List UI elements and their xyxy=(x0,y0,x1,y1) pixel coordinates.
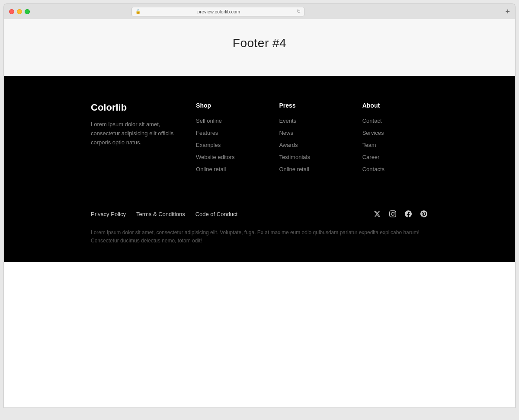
list-item: Contacts xyxy=(362,165,428,173)
list-item: Features xyxy=(196,129,262,137)
list-item: Testimonials xyxy=(279,153,345,161)
terms-conditions-link[interactable]: Terms & Conditions xyxy=(136,211,185,217)
browser-titlebar: 🔒 preview.colorlib.com ↻ + xyxy=(3,3,516,19)
code-of-conduct-link[interactable]: Code of Conduct xyxy=(195,211,238,217)
shop-links-list: Sell online Features Examples Website ed… xyxy=(196,117,262,173)
shop-column-title: Shop xyxy=(196,102,262,109)
refresh-icon[interactable]: ↻ xyxy=(297,9,301,14)
list-item: Online retail xyxy=(196,165,262,173)
footer-footnote: Lorem ipsum dolor sit amet, consectetur … xyxy=(65,229,454,262)
list-item: Website editors xyxy=(196,153,262,161)
lock-icon: 🔒 xyxy=(135,9,141,14)
twitter-icon[interactable] xyxy=(373,210,381,218)
facebook-icon[interactable] xyxy=(404,210,413,218)
social-icons xyxy=(373,210,428,218)
list-item: Contact xyxy=(362,117,428,124)
list-item: Awards xyxy=(279,141,345,149)
instagram-icon[interactable] xyxy=(388,210,397,218)
browser-content: Footer #4 Colorlib Lorem ipsum dolor sit… xyxy=(3,19,516,408)
brand-name: Colorlib xyxy=(91,102,179,113)
add-tab-button[interactable]: + xyxy=(505,8,510,16)
about-links-list: Contact Services Team Career Contacts xyxy=(362,117,428,173)
footer: Colorlib Lorem ipsum dolor sit amet, con… xyxy=(4,76,515,262)
contacts-link[interactable]: Contacts xyxy=(362,166,384,172)
press-column-title: Press xyxy=(279,102,345,109)
contact-link[interactable]: Contact xyxy=(362,118,382,124)
services-link[interactable]: Services xyxy=(362,130,384,136)
page-title: Footer #4 xyxy=(13,36,506,50)
list-item: News xyxy=(279,129,345,137)
examples-link[interactable]: Examples xyxy=(196,142,221,148)
testimonials-link[interactable]: Testimonials xyxy=(279,154,310,160)
online-retail-shop-link[interactable]: Online retail xyxy=(196,166,226,172)
list-item: Career xyxy=(362,153,428,161)
awards-link[interactable]: Awards xyxy=(279,142,298,148)
list-item: Online retail xyxy=(279,165,345,173)
privacy-policy-link[interactable]: Privacy Policy xyxy=(91,211,126,217)
news-link[interactable]: News xyxy=(279,130,293,136)
list-item: Team xyxy=(362,141,428,149)
brand-description: Lorem ipsum dolor sit amet, consectetur … xyxy=(91,120,179,147)
footer-bottom: Privacy Policy Terms & Conditions Code o… xyxy=(65,199,454,229)
legal-links: Privacy Policy Terms & Conditions Code o… xyxy=(91,211,237,217)
events-link[interactable]: Events xyxy=(279,118,296,124)
website-editors-link[interactable]: Website editors xyxy=(196,154,234,160)
about-column-title: About xyxy=(362,102,428,109)
url-text: preview.colorlib.com xyxy=(142,9,295,14)
list-item: Examples xyxy=(196,141,262,149)
footer-column-press: Press Events News Awards Testimonials On… xyxy=(279,102,345,177)
close-button[interactable] xyxy=(9,9,14,14)
footnote-text: Lorem ipsum dolor sit amet, consectetur … xyxy=(91,229,428,245)
sell-online-link[interactable]: Sell online xyxy=(196,118,222,124)
list-item: Sell online xyxy=(196,117,262,124)
footer-column-about: About Contact Services Team Career Conta… xyxy=(362,102,428,177)
features-link[interactable]: Features xyxy=(196,130,218,136)
list-item: Events xyxy=(279,117,345,124)
address-bar[interactable]: 🔒 preview.colorlib.com ↻ xyxy=(131,7,304,16)
footer-brand-column: Colorlib Lorem ipsum dolor sit amet, con… xyxy=(91,102,179,177)
page-header: Footer #4 xyxy=(4,19,515,76)
footer-top: Colorlib Lorem ipsum dolor sit amet, con… xyxy=(65,102,454,199)
team-link[interactable]: Team xyxy=(362,142,376,148)
maximize-button[interactable] xyxy=(25,9,30,14)
press-links-list: Events News Awards Testimonials Online r… xyxy=(279,117,345,173)
browser-window: 🔒 preview.colorlib.com ↻ + Footer #4 Col… xyxy=(0,0,519,420)
online-retail-press-link[interactable]: Online retail xyxy=(279,166,309,172)
career-link[interactable]: Career xyxy=(362,154,380,160)
list-item: Services xyxy=(362,129,428,137)
minimize-button[interactable] xyxy=(17,9,22,14)
pinterest-icon[interactable] xyxy=(420,210,428,218)
footer-column-shop: Shop Sell online Features Examples Websi… xyxy=(196,102,262,177)
